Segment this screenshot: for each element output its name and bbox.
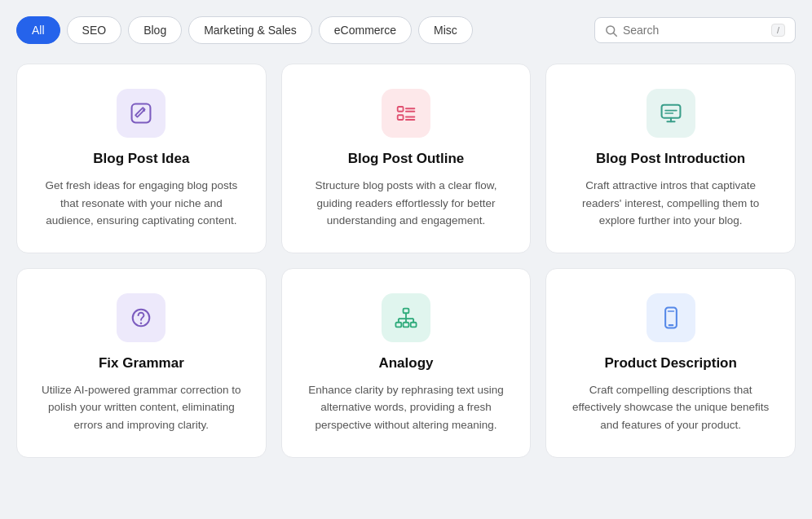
card-title: Product Description xyxy=(604,355,736,372)
svg-rect-16 xyxy=(404,308,409,313)
card-title: Blog Post Outline xyxy=(348,151,465,167)
search-icon xyxy=(605,24,617,37)
svg-rect-17 xyxy=(395,322,401,327)
filter-pill-misc[interactable]: Misc xyxy=(418,16,473,44)
filter-pill-blog[interactable]: Blog xyxy=(128,16,182,44)
card-icon-edit xyxy=(117,89,165,138)
search-input[interactable] xyxy=(623,24,766,37)
card-title: Fix Grammar xyxy=(99,355,184,372)
card-icon-phone xyxy=(647,293,695,342)
card-blog-post-idea[interactable]: Blog Post IdeaGet fresh ideas for engagi… xyxy=(16,64,267,253)
card-fix-grammar[interactable]: Fix GrammarUtilize AI-powered grammar co… xyxy=(16,268,267,458)
search-shortcut: / xyxy=(771,24,785,37)
card-blog-post-introduction[interactable]: Blog Post IntroductionCraft attractive i… xyxy=(545,64,796,253)
card-blog-post-outline[interactable]: Blog Post OutlineStructure blog posts wi… xyxy=(281,64,532,253)
card-product-description[interactable]: Product DescriptionCraft compelling desc… xyxy=(545,268,796,458)
svg-rect-18 xyxy=(404,322,409,327)
card-icon-hierarchy xyxy=(382,293,430,342)
card-description: Craft compelling descriptions that effec… xyxy=(569,381,772,434)
filter-pills: AllSEOBlogMarketing & SaleseCommerceMisc xyxy=(16,16,473,44)
card-title: Blog Post Introduction xyxy=(596,151,745,167)
top-bar: AllSEOBlogMarketing & SaleseCommerceMisc… xyxy=(16,16,796,44)
card-icon-monitor xyxy=(647,89,695,138)
card-description: Utilize AI-powered grammar correction to… xyxy=(40,381,243,434)
card-icon-list xyxy=(382,89,430,138)
card-description: Craft attractive intros that captivate r… xyxy=(569,177,772,230)
filter-pill-marketing[interactable]: Marketing & Sales xyxy=(188,16,312,44)
svg-rect-4 xyxy=(398,115,404,120)
card-description: Enhance clarity by rephrasing text using… xyxy=(305,381,508,434)
svg-rect-9 xyxy=(661,105,680,118)
filter-pill-ecommerce[interactable]: eCommerce xyxy=(319,16,412,44)
search-box: / xyxy=(594,17,796,43)
card-description: Structure blog posts with a clear flow, … xyxy=(305,177,508,230)
svg-line-1 xyxy=(613,33,616,36)
svg-rect-19 xyxy=(411,322,417,327)
card-title: Blog Post Idea xyxy=(93,151,189,167)
filter-pill-all[interactable]: All xyxy=(16,16,60,44)
card-analogy[interactable]: AnalogyEnhance clarity by rephrasing tex… xyxy=(281,268,532,458)
filter-pill-seo[interactable]: SEO xyxy=(67,16,122,44)
cards-grid: Blog Post IdeaGet fresh ideas for engagi… xyxy=(16,64,796,458)
card-description: Get fresh ideas for engaging blog posts … xyxy=(40,177,243,230)
svg-rect-3 xyxy=(398,107,404,112)
svg-point-15 xyxy=(140,322,143,324)
card-icon-question xyxy=(117,293,165,342)
card-title: Analogy xyxy=(378,355,433,372)
